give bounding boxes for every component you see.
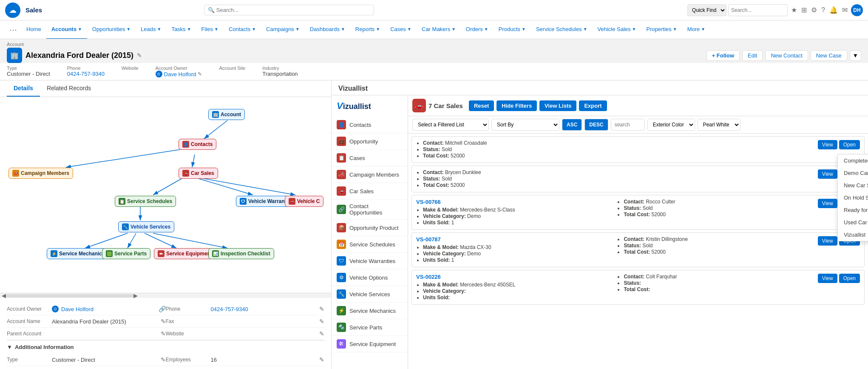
nav-cases[interactable]: Cases ▼ <box>385 20 417 39</box>
vs00226-open-button[interactable]: Open <box>839 274 860 283</box>
nav-opportunities[interactable]: Opportunities ▼ <box>87 20 136 39</box>
dropdown-demo-car-sales[interactable]: Demo Car Sales <box>838 167 868 179</box>
exterior-color-select[interactable]: Exterior Color <box>647 119 695 131</box>
nav-leads[interactable]: Leads ▼ <box>136 20 166 39</box>
horizontal-scrollbar[interactable]: ◀ ▶ <box>0 293 331 298</box>
new-case-button[interactable]: New Case <box>811 50 847 61</box>
node-car-sales[interactable]: 🚗 Car Sales <box>179 168 218 179</box>
help-button[interactable]: ? <box>820 6 826 15</box>
asc-button[interactable]: ASC <box>562 119 582 131</box>
account-name-edit[interactable]: ✎ <box>161 318 166 325</box>
node-inspection-checklist[interactable]: 📊 Inspection Checklist <box>208 248 274 259</box>
salesforce-logo[interactable]: ☁ <box>5 3 20 18</box>
reset-button[interactable]: Reset <box>469 100 494 111</box>
notifications-button[interactable]: 🔔 <box>828 5 839 15</box>
vs00226-view-button[interactable]: View <box>818 274 837 283</box>
nav-properties[interactable]: Properties ▼ <box>641 20 682 39</box>
additional-info-toggle[interactable]: ▼ Additional Information <box>7 340 324 354</box>
record-vs00766-id[interactable]: VS-00766 <box>416 199 613 205</box>
record-1-view-button[interactable]: View <box>818 140 837 149</box>
nav-home[interactable]: Home <box>21 20 46 39</box>
nav-orders[interactable]: Orders ▼ <box>461 20 494 39</box>
viz-menu-service-mechanics[interactable]: ⚡ Service Mechanics <box>332 303 408 319</box>
record-1-open-button[interactable]: Open <box>839 140 860 149</box>
nav-apps-button[interactable]: ⋯ <box>5 25 21 34</box>
node-vehicle-services[interactable]: 🔧 Vehicle Services <box>118 221 174 232</box>
global-search-bar[interactable]: 🔍 <box>204 5 374 15</box>
node-service-schedules[interactable]: 📋 Service Schedules <box>115 196 176 207</box>
parent-edit[interactable]: ✎ <box>161 330 166 337</box>
viz-menu-service-equipment[interactable]: 🛠 Service Equipment <box>332 336 408 352</box>
node-account[interactable]: 🏢 Account <box>208 109 245 120</box>
vs00766-view-button[interactable]: View <box>818 199 837 208</box>
user-avatar[interactable]: DH <box>851 4 863 16</box>
node-campaign-members[interactable]: 📣 Campaign Members <box>9 168 73 179</box>
viz-menu-vehicle-warranties[interactable]: 🛡 Vehicle Warranties <box>332 253 408 269</box>
node-service-mechanics[interactable]: ⚡ Service Mechanics <box>47 248 108 259</box>
viz-menu-contact-opps[interactable]: 🔗 Contact Opportunities <box>332 200 408 220</box>
node-service-parts[interactable]: 🟩 Service Parts <box>102 248 150 259</box>
nav-accounts[interactable]: Accounts ▼ <box>46 20 87 39</box>
viz-menu-car-sales[interactable]: 🚗 Car Sales <box>332 183 408 200</box>
viz-menu-cases[interactable]: 📋 Cases <box>332 150 408 166</box>
nav-reports[interactable]: Reports ▼ <box>350 20 385 39</box>
grid-button[interactable]: ⊞ <box>800 5 808 15</box>
tab-related-records[interactable]: Related Records <box>40 80 98 97</box>
employees-edit[interactable]: ✎ <box>319 356 324 363</box>
nav-vehicle-sales[interactable]: Vehicle Sales ▼ <box>593 20 641 39</box>
new-contact-button[interactable]: New Contact <box>765 50 808 61</box>
quick-find-input[interactable] <box>728 4 788 16</box>
nav-campaigns[interactable]: Campaigns ▼ <box>261 20 305 39</box>
viz-menu-opportunity[interactable]: 💼 Opportunity <box>332 133 408 150</box>
fax-edit[interactable]: ✎ <box>319 318 324 325</box>
node-vehicle-c[interactable]: 🚗 Vehicle C <box>285 196 323 207</box>
global-search-input[interactable] <box>216 7 370 13</box>
phone-field-edit[interactable]: ✎ <box>319 306 324 312</box>
nav-dashboards[interactable]: Dashboards ▼ <box>305 20 350 39</box>
record-vs00787-id[interactable]: VS-00787 <box>416 236 613 243</box>
dropdown-ready-for-pickup[interactable]: Ready for Pickup <box>838 204 868 216</box>
nav-products[interactable]: Products ▼ <box>494 20 531 39</box>
hide-filters-button[interactable]: Hide Filters <box>496 100 537 111</box>
scroll-thumb[interactable] <box>6 294 133 297</box>
viz-menu-campaign-members[interactable]: 📣 Campaign Members <box>332 166 408 183</box>
nav-car-makers[interactable]: Car Makers ▼ <box>417 20 461 39</box>
tab-details[interactable]: Details <box>7 80 40 97</box>
owner-field-edit[interactable]: 🔗 <box>159 306 166 312</box>
dropdown-used-car-sales[interactable]: Used Car Sales <box>838 216 868 229</box>
record-vs00226-id[interactable]: VS-00226 <box>416 274 613 280</box>
filtered-list-select[interactable]: Select a Filtered List <box>412 119 489 131</box>
viz-menu-contacts[interactable]: 👤 Contacts <box>332 117 408 133</box>
quick-find-select[interactable]: Quick Find <box>687 4 726 16</box>
viz-menu-service-parts[interactable]: 🔩 Service Parts <box>332 319 408 336</box>
vs00787-view-button[interactable]: View <box>818 236 837 246</box>
nav-service-schedules[interactable]: Service Schedules ▼ <box>531 20 593 39</box>
sort-by-select[interactable]: Sort By <box>491 119 559 131</box>
nav-tasks[interactable]: Tasks ▼ <box>166 20 196 39</box>
export-button[interactable]: Export <box>579 100 607 111</box>
viz-menu-service-sched[interactable]: 📅 Service Schedules <box>332 236 408 253</box>
more-actions-button[interactable]: ▼ <box>850 50 861 61</box>
dropdown-on-hold-sales[interactable]: On Hold Sales <box>838 192 868 204</box>
record-2-view-button[interactable]: View <box>818 169 837 179</box>
edit-inline-icon[interactable]: ✎ <box>137 52 142 59</box>
node-contacts[interactable]: 👤 Contacts <box>179 139 216 150</box>
dropdown-new-car-sales[interactable]: New Car Sales <box>838 179 868 192</box>
dropdown-completed-sales[interactable]: Completed Sales <box>838 154 868 167</box>
search-filter-input[interactable] <box>611 119 645 131</box>
website-edit[interactable]: ✎ <box>319 330 324 337</box>
nav-contacts[interactable]: Contacts ▼ <box>224 20 261 39</box>
viz-menu-vehicle-options[interactable]: ⚙ Vehicle Options <box>332 269 408 286</box>
node-service-equipment[interactable]: ✏ Service Equipment <box>154 248 216 259</box>
type-edit[interactable]: ✎ <box>161 356 166 363</box>
favorites-button[interactable]: ★ <box>790 5 798 15</box>
nav-more[interactable]: More ▼ <box>682 20 711 39</box>
edit-button[interactable]: Edit <box>742 50 763 61</box>
color-value-select[interactable]: Pearl White <box>698 119 740 131</box>
nav-files[interactable]: Files ▼ <box>196 20 224 39</box>
messages-button[interactable]: ✉ <box>841 5 848 15</box>
setup-button[interactable]: ⚙ <box>810 5 818 15</box>
viz-menu-opp-product[interactable]: 📦 Opportunity Product <box>332 220 408 236</box>
follow-button[interactable]: + Follow <box>706 50 740 61</box>
view-lists-button[interactable]: View Lists <box>539 100 576 111</box>
